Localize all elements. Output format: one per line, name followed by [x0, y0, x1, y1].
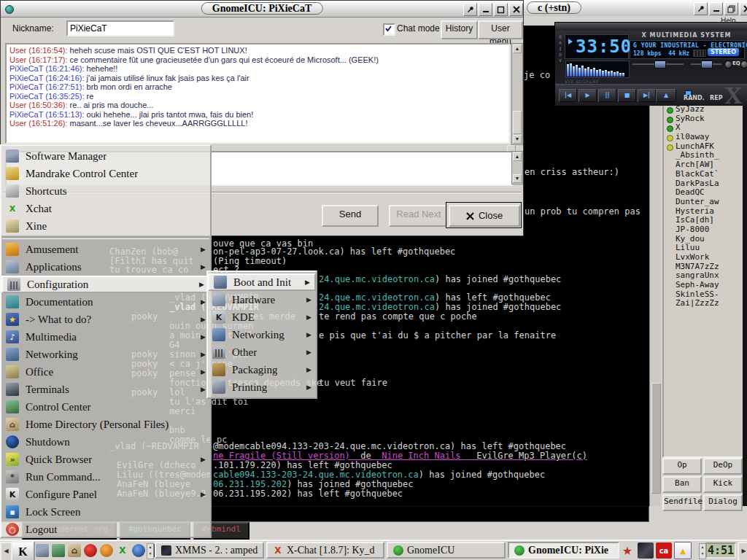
- menu-item-boot-and-init[interactable]: Boot and Init▶: [208, 273, 316, 291]
- clutterbar-letter[interactable]: I: [557, 46, 563, 51]
- menu-item-other[interactable]: |||Other▶: [208, 343, 316, 361]
- menu-item-xchat[interactable]: XXchat: [1, 200, 210, 217]
- menu-item-logout[interactable]: ○Logout: [1, 521, 210, 538]
- menu-item-lock-screen[interactable]: ▪Lock Screen: [1, 503, 210, 521]
- close-button[interactable]: Close: [449, 205, 520, 227]
- task-button-xmms-2-amped[interactable]: XMMS - 2. : amped: [155, 542, 264, 559]
- menu-item-xine[interactable]: Xine: [1, 217, 210, 235]
- shuffle-toggle[interactable]: RAND.: [684, 95, 705, 101]
- menu-item-quick-browser[interactable]: »Quick Browser▶: [1, 451, 210, 468]
- menu-item-amusement[interactable]: Amusement▶: [1, 241, 210, 258]
- panel-hide-right-button[interactable]: ▶: [738, 542, 747, 560]
- launcher-xchat[interactable]: X: [115, 542, 130, 558]
- gnomeicu-titlebar[interactable]: GnomeICU: PiXieCaT: [1, 1, 523, 18]
- gicu-task-icon: [514, 545, 525, 556]
- spectrum-bar: [567, 64, 569, 77]
- xmms-time-display[interactable]: 33:50: [565, 34, 629, 59]
- history-button[interactable]: History: [441, 20, 478, 39]
- clutterbar-letter[interactable]: A: [557, 40, 563, 45]
- kick-button[interactable]: Kick: [703, 476, 743, 493]
- tray-photo-icon[interactable]: [638, 542, 654, 559]
- menu-item-office[interactable]: Office▶: [1, 363, 210, 381]
- minimize-button[interactable]: [479, 3, 492, 16]
- menu-item-configuration[interactable]: |||Configuration▶: [1, 276, 210, 293]
- menu-item-packaging[interactable]: Packaging▶: [208, 361, 316, 378]
- scroll-down-icon[interactable]: ▼: [513, 174, 522, 183]
- launcher-xine-sphere[interactable]: [131, 542, 146, 558]
- volume-slider[interactable]: [632, 63, 684, 65]
- launcher-home[interactable]: ⌂: [67, 542, 82, 558]
- menu-item-home-directory-personal-files[interactable]: ⌂Home Directory (Personal Files): [1, 416, 210, 433]
- send-button[interactable]: Send: [322, 205, 379, 227]
- menu-item-documentation[interactable]: Documentation▶: [1, 293, 210, 311]
- main-menu-button[interactable]: K: [11, 541, 35, 560]
- balance-slider-thumb[interactable]: [701, 61, 713, 69]
- ban-button[interactable]: Ban: [662, 476, 702, 493]
- tray-ca-flag-icon[interactable]: ca: [656, 542, 672, 559]
- pl-button[interactable]: [740, 61, 747, 69]
- balance-slider[interactable]: [691, 63, 721, 65]
- menu-item-run-command[interactable]: *Run Command...: [1, 468, 210, 486]
- menu-item-configure-panel[interactable]: KConfigure Panel▶: [1, 486, 210, 503]
- scroll-up-icon[interactable]: ▲: [513, 44, 522, 53]
- clutterbar-letter[interactable]: D: [557, 52, 563, 57]
- message-input-scrollbar[interactable]: ▲ ▼: [511, 151, 523, 184]
- menu-item-multimedia[interactable]: ♪Multimedia▶: [1, 328, 210, 346]
- panel-handle[interactable]: ▲▼: [147, 543, 154, 559]
- xmms-clutterbar[interactable]: OAIDV: [557, 34, 563, 63]
- window-menu-icon[interactable]: [5, 5, 14, 14]
- eq-button[interactable]: [724, 61, 732, 69]
- menu-item-terminals[interactable]: Terminals▶: [1, 381, 210, 398]
- task-button-gnomeicu[interactable]: GnomeICU: [387, 542, 506, 559]
- task-button-gnomeicu-pixie[interactable]: GnomeICU: PiXie: [508, 542, 619, 559]
- menu-item-mandrake-control-center[interactable]: Mandrake Control Center: [1, 165, 210, 182]
- previous-button[interactable]: |◀: [559, 89, 577, 102]
- next-button[interactable]: ▶|: [638, 89, 656, 102]
- menu-item-what-to-do[interactable]: ★-> What to do?▶: [1, 311, 210, 328]
- eject-button[interactable]: ▲: [656, 89, 676, 102]
- userlist-item[interactable]: Zai|ZzzZz: [664, 299, 743, 308]
- maximize-button[interactable]: [494, 3, 508, 16]
- stop-button[interactable]: ■: [618, 89, 636, 102]
- menu-item-printing[interactable]: Printing▶: [208, 378, 316, 396]
- chat-history-scrollbar[interactable]: ▲ ▼: [511, 43, 523, 145]
- pause-button[interactable]: ||: [598, 89, 616, 102]
- volume-slider-thumb[interactable]: [654, 61, 666, 69]
- clutterbar-letter[interactable]: V: [557, 58, 563, 63]
- launcher-software-manager[interactable]: [35, 542, 50, 558]
- xmms-spectrum-analyzer[interactable]: [565, 61, 630, 78]
- nickname-input[interactable]: [66, 20, 174, 36]
- menu-item-control-center[interactable]: Control Center: [1, 398, 210, 416]
- scrollbar-thumb[interactable]: [513, 111, 522, 134]
- play-button[interactable]: ▶: [578, 89, 597, 102]
- clutterbar-letter[interactable]: O: [557, 34, 563, 39]
- menu-item-shutdown[interactable]: Shutdown: [1, 433, 210, 451]
- panel-clock[interactable]: 4:51: [705, 542, 736, 559]
- tray-star-icon[interactable]: ★: [619, 542, 635, 559]
- menu-item-applications[interactable]: Applications▶: [1, 258, 210, 276]
- pin-icon[interactable]: [463, 3, 477, 16]
- launcher-orange-app[interactable]: [99, 542, 114, 558]
- menu-item-shortcuts[interactable]: Shortcuts: [1, 182, 210, 200]
- close-icon[interactable]: [509, 3, 523, 16]
- menu-item-kde[interactable]: KKDE▶: [208, 308, 316, 326]
- menu-item-software-manager[interactable]: Software Manager: [1, 147, 210, 165]
- menu-item-networking[interactable]: Networking▶: [208, 326, 316, 343]
- launcher-control-center[interactable]: [51, 542, 66, 558]
- launcher-red-app[interactable]: [83, 542, 98, 558]
- menu-item-hardware[interactable]: Hardware▶: [208, 291, 316, 308]
- scrollbar-thumb[interactable]: [651, 383, 661, 494]
- user-menu-button[interactable]: User menu: [478, 20, 523, 39]
- sendfile-button[interactable]: Sendfile: [662, 494, 702, 511]
- menu-item-networking[interactable]: Networking▶: [1, 346, 210, 363]
- chat-mode-checkbox[interactable]: [383, 23, 395, 36]
- dialog-button[interactable]: Dialog: [703, 494, 743, 511]
- scroll-down-icon[interactable]: ▼: [513, 135, 522, 144]
- scroll-up-icon[interactable]: ▲: [513, 152, 522, 161]
- repeat-toggle[interactable]: REP: [710, 95, 723, 101]
- task-button-x-chat-1-8-7-ky-d[interactable]: XX-Chat [1.8.7]: Ky_d: [266, 542, 384, 559]
- xmms-titlebar[interactable]: [555, 23, 747, 31]
- tray-calendar-icon[interactable]: ▲: [674, 542, 692, 559]
- deop-button[interactable]: DeOp: [703, 458, 743, 475]
- op-button[interactable]: Op: [662, 458, 702, 475]
